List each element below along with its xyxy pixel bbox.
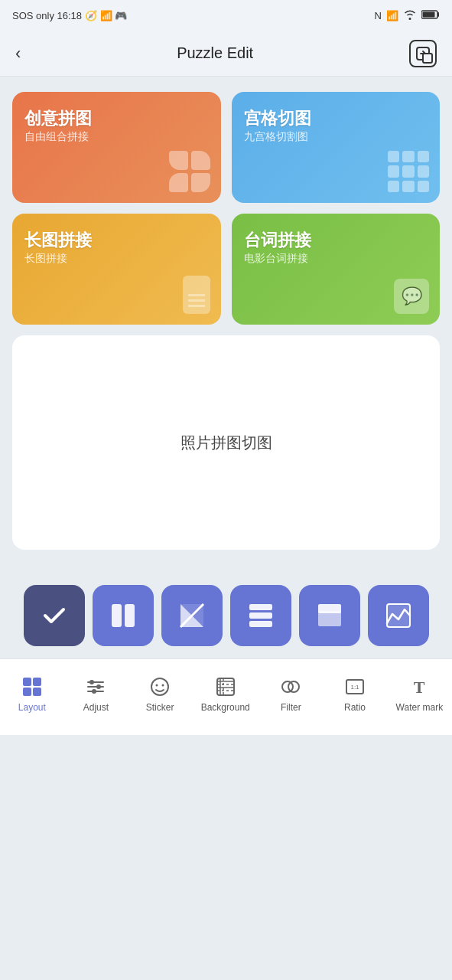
- emoji-icons: 🧭 📶 🎮: [85, 10, 127, 21]
- creative-subtitle: 自由组合拼接: [24, 130, 209, 144]
- adjust-icon: [83, 675, 108, 699]
- svg-text:T: T: [414, 678, 425, 697]
- svg-point-21: [92, 689, 96, 694]
- watermark-label: Water mark: [396, 702, 444, 714]
- layout-split-d-button[interactable]: [161, 585, 223, 646]
- adjust-label: Adjust: [83, 702, 109, 714]
- svg-rect-2: [417, 47, 429, 60]
- grid-cut-card[interactable]: 宫格切图 九宫格切割图: [232, 92, 441, 203]
- status-right: N 📶: [375, 9, 440, 22]
- script-title: 台词拼接: [244, 229, 428, 252]
- svg-rect-3: [112, 604, 122, 627]
- share-icon-button[interactable]: [409, 40, 437, 67]
- sticker-label: Sticker: [146, 702, 174, 714]
- svg-point-22: [151, 678, 168, 695]
- nav-ratio[interactable]: 1:1 Ratio: [332, 675, 378, 714]
- svg-text:1:1: 1:1: [350, 684, 359, 691]
- grid-title: 宫格切图: [244, 107, 428, 130]
- nav-background[interactable]: Background: [201, 675, 250, 714]
- svg-rect-1: [423, 11, 435, 17]
- long-title: 长图拼接: [24, 229, 209, 252]
- script-deco-icon: 💬: [394, 279, 429, 314]
- content-area: 创意拼图 自由组合拼接 宫格切图 九宫格切割图: [0, 77, 452, 550]
- background-label: Background: [201, 702, 250, 714]
- nav-adjust[interactable]: Adjust: [73, 675, 119, 714]
- layout-icon: [20, 675, 44, 699]
- layout-overlap-button[interactable]: [299, 585, 360, 646]
- canvas-label: 照片拼图切图: [180, 433, 272, 453]
- nav-filter[interactable]: Filter: [268, 675, 314, 714]
- layout-split-v-button[interactable]: [93, 585, 154, 646]
- layout-wave-button[interactable]: [368, 585, 429, 646]
- filter-icon: [278, 675, 303, 699]
- long-subtitle: 长图拼接: [24, 252, 209, 266]
- spacer: [0, 550, 452, 573]
- status-bar: SOS only 16:18 🧭 📶 🎮 N 📶: [0, 0, 452, 31]
- puzzle-deco-icon: [169, 151, 210, 192]
- signal-icon: 📶: [386, 10, 398, 21]
- nav-sticker[interactable]: Sticker: [137, 675, 183, 714]
- svg-rect-6: [249, 604, 272, 610]
- long-image-card[interactable]: 长图拼接 长图拼接: [12, 214, 221, 325]
- svg-point-19: [96, 684, 101, 689]
- svg-rect-8: [249, 621, 272, 627]
- svg-rect-15: [33, 688, 41, 696]
- layout-label: Layout: [18, 702, 46, 714]
- back-button[interactable]: ‹: [15, 44, 21, 64]
- nav-watermark[interactable]: T Water mark: [396, 675, 444, 714]
- layout-rows-button[interactable]: [230, 585, 291, 646]
- canvas-area: 照片拼图切图: [12, 335, 440, 550]
- watermark-icon: T: [407, 675, 431, 699]
- svg-rect-13: [33, 678, 41, 686]
- header: ‹ Puzzle Edit: [0, 31, 452, 77]
- bottom-nav: Layout Adjust Sticker: [0, 658, 452, 735]
- creative-title: 创意拼图: [24, 107, 209, 130]
- layout-check-button[interactable]: [24, 585, 85, 646]
- layout-options: [0, 573, 452, 658]
- script-subtitle: 电影台词拼接: [244, 252, 428, 266]
- long-deco-icon: [183, 276, 210, 314]
- svg-rect-12: [23, 678, 31, 686]
- nav-layout[interactable]: Layout: [9, 675, 55, 714]
- cards-grid: 创意拼图 自由组合拼接 宫格切图 九宫格切割图: [12, 92, 440, 325]
- battery-icon: [421, 9, 440, 22]
- sos-text: SOS only 16:18: [12, 10, 82, 21]
- svg-rect-14: [23, 688, 31, 696]
- svg-rect-7: [249, 612, 272, 619]
- grid-deco-icon: [388, 151, 429, 192]
- svg-point-23: [156, 684, 158, 686]
- sticker-icon: [148, 675, 172, 699]
- nfc-icon: N: [375, 10, 382, 21]
- svg-rect-10: [318, 611, 341, 626]
- script-card[interactable]: 台词拼接 电影台词拼接 💬: [232, 214, 441, 325]
- page-title: Puzzle Edit: [177, 44, 253, 62]
- ratio-icon: 1:1: [343, 675, 367, 699]
- grid-subtitle: 九宫格切割图: [244, 130, 428, 144]
- background-icon: [213, 675, 238, 699]
- wifi-icon: [403, 9, 417, 22]
- svg-point-17: [89, 680, 94, 684]
- svg-rect-4: [125, 604, 135, 627]
- creative-puzzle-card[interactable]: 创意拼图 自由组合拼接: [12, 92, 221, 203]
- ratio-label: Ratio: [344, 702, 366, 714]
- status-left: SOS only 16:18 🧭 📶 🎮: [12, 10, 127, 21]
- svg-point-24: [162, 684, 164, 686]
- filter-label: Filter: [281, 702, 301, 714]
